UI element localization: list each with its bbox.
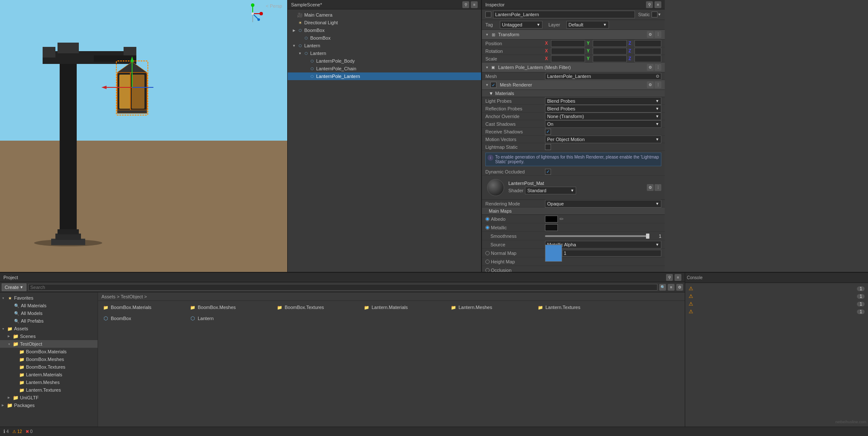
transform-settings-icon[interactable]: ⚙ [647, 31, 654, 38]
hierarchy-item-boombox[interactable]: ▶ ⬡ BoomBox [288, 26, 481, 34]
hierarchy-menu-icon[interactable]: ≡ [471, 1, 478, 8]
console-item-1[interactable]: ⚠ 1 [687, 285, 866, 292]
project-settings-icon[interactable]: ⚙ [676, 284, 683, 291]
scale-y-input[interactable]: 1 [593, 55, 627, 62]
layer-dropdown[interactable]: Default ▼ [566, 21, 609, 29]
pos-z-input[interactable]: 0 [634, 40, 661, 47]
reflection-probes-dropdown[interactable]: Blend Probes ▼ [545, 105, 661, 113]
hierarchy-lock-icon[interactable]: ⚲ [462, 1, 469, 8]
normal-map-radio[interactable] [485, 251, 490, 255]
height-map-radio[interactable] [485, 260, 490, 264]
lantern-meshes-item[interactable]: 📁 Lantern.Meshes [0, 378, 98, 386]
normal-map-value-input[interactable] [562, 250, 661, 257]
all-models-item[interactable]: 🔍 All Models [0, 309, 98, 317]
static-dropdown-arrow[interactable]: ▼ [657, 12, 661, 17]
albedo-radio[interactable] [485, 217, 490, 221]
hierarchy-item-boombox-child[interactable]: ⬡ BoomBox [288, 34, 481, 42]
transform-more-icon[interactable]: ⋮ [655, 31, 661, 38]
dynamic-occluded-checkbox[interactable] [545, 169, 551, 175]
svg-point-7 [251, 12, 254, 15]
static-checkbox[interactable] [652, 12, 657, 17]
pos-x-input[interactable]: -9.582007 [551, 40, 585, 47]
all-prefabs-item[interactable]: 🔍 All Prefabs [0, 317, 98, 325]
hierarchy-item-main-camera[interactable]: 🎥 Main Camera [288, 11, 481, 19]
inspector-menu-icon[interactable]: ≡ [655, 1, 661, 8]
material-more-icon[interactable]: ⋮ [655, 184, 661, 191]
project-lock-icon[interactable]: ⚲ [666, 274, 673, 281]
light-probes-dropdown[interactable]: Blend Probes ▼ [545, 97, 661, 105]
metallic-radio[interactable] [485, 225, 490, 230]
favorites-section[interactable]: ▼ ★ Favorites [0, 294, 98, 302]
lantern-materials-folder-icon: 📁 [19, 372, 25, 378]
boombox-meshes-item[interactable]: 📁 BoomBox.Meshes [0, 355, 98, 363]
mesh-ref-field[interactable]: LanternPole_Lantern ⊙ [545, 73, 661, 80]
testobject-item[interactable]: ▼ 📁 TestObject [0, 340, 98, 348]
viewport[interactable]: < Persp [0, 0, 288, 272]
asset-item-boombox-materials[interactable]: 📁 BoomBox.Materials [100, 303, 185, 312]
asset-item-boombox-meshes[interactable]: 📁 BoomBox.Meshes [187, 303, 272, 312]
lantern-materials-item[interactable]: 📁 Lantern.Materials [0, 371, 98, 378]
asset-item-lantern-prefab[interactable]: ⬡ Lantern [187, 314, 272, 323]
project-search-input[interactable] [28, 284, 657, 291]
rot-y-input[interactable]: 0 [593, 48, 627, 55]
mesh-renderer-section-header[interactable]: ▼ Mesh Renderer ⚙ ⋮ [482, 80, 665, 90]
tag-dropdown[interactable]: Untagged ▼ [500, 21, 542, 29]
active-checkbox[interactable] [485, 12, 491, 17]
hierarchy-item-lanternpole-lantern[interactable]: ⬡ LanternPole_Lantern [288, 72, 481, 80]
asset-item-lantern-textures[interactable]: 📁 Lantern.Textures [534, 303, 620, 312]
unigltf-item[interactable]: ▶ 📁 UniGLTF [0, 394, 98, 401]
asset-item-lantern-meshes[interactable]: 📁 Lantern.Meshes [447, 303, 533, 312]
all-materials-item[interactable]: 🔍 All Materials [0, 302, 98, 309]
packages-item[interactable]: ▶ 📁 Packages [0, 401, 98, 409]
boombox-textures-item[interactable]: 📁 BoomBox.Textures [0, 363, 98, 371]
metallic-color-swatch[interactable] [545, 224, 558, 231]
occlusion-radio[interactable] [485, 268, 490, 272]
project-view-icon[interactable]: ≡ [668, 284, 675, 291]
shader-dropdown[interactable]: Standard ▼ [525, 187, 576, 194]
console-item-2[interactable]: ⚠ 1 [687, 292, 866, 300]
boombox-materials-item[interactable]: 📁 BoomBox.Materials [0, 348, 98, 355]
hierarchy-item-lantern-child[interactable]: ▼ ⬡ Lantern [288, 49, 481, 57]
scale-z-input[interactable]: 1 [634, 55, 661, 62]
albedo-picker-icon[interactable]: ✏ [559, 216, 564, 222]
asset-item-boombox-prefab[interactable]: ⬡ BoomBox [100, 314, 185, 323]
motion-vectors-dropdown[interactable]: Per Object Motion ▼ [545, 136, 661, 143]
mesh-renderer-settings-icon[interactable]: ⚙ [647, 81, 654, 88]
rendering-mode-dropdown[interactable]: Opaque ▼ [545, 200, 661, 208]
asset-item-lantern-materials[interactable]: 📁 Lantern.Materials [360, 303, 446, 312]
cast-shadows-dropdown[interactable]: On ▼ [545, 120, 661, 128]
pos-y-input[interactable]: 18.00915 [593, 40, 627, 47]
mesh-filter-section-header[interactable]: ▼ ▣ Lantern Pole_Lantern (Mesh Filter) ⚙… [482, 63, 665, 72]
console-item-3[interactable]: ⚠ 1 [687, 300, 866, 308]
mesh-renderer-more-icon[interactable]: ⋮ [655, 81, 661, 88]
project-search-icon[interactable]: 🔍 [659, 284, 666, 291]
rot-x-input[interactable]: 0 [551, 48, 585, 55]
albedo-color-swatch[interactable] [545, 216, 558, 222]
scale-x-input[interactable]: 1 [551, 55, 585, 62]
smoothness-slider[interactable]: 1 [545, 234, 661, 239]
anchor-override-dropdown[interactable]: None (Transform) ▼ [545, 113, 661, 120]
mesh-ref-circle: ⊙ [656, 74, 659, 78]
inspector-lock-icon[interactable]: ⚲ [646, 1, 653, 8]
mesh-renderer-active-checkbox[interactable] [490, 82, 496, 88]
asset-item-boombox-textures[interactable]: 📁 BoomBox.Textures [274, 303, 359, 312]
project-menu-icon[interactable]: ≡ [675, 274, 681, 281]
material-settings-icon[interactable]: ⚙ [647, 184, 654, 191]
console-item-4[interactable]: ⚠ 1 [687, 308, 866, 315]
rot-z-input[interactable]: 0 [634, 48, 661, 55]
lightmap-static-checkbox[interactable] [545, 144, 551, 150]
receive-shadows-checkbox[interactable] [545, 129, 551, 135]
object-name-field[interactable]: LanternPole_Lantern [493, 11, 635, 18]
lantern-textures-item[interactable]: 📁 Lantern.Textures [0, 386, 98, 394]
hierarchy-item-lantern[interactable]: ▼ ⬡ Lantern [288, 42, 481, 49]
create-button[interactable]: Create ▼ [2, 283, 26, 291]
hierarchy-item-lanternpole-chain[interactable]: ⬡ LanternPole_Chain [288, 65, 481, 72]
mesh-filter-more-icon[interactable]: ⋮ [655, 64, 661, 71]
assets-section[interactable]: ▼ 📁 Assets [0, 325, 98, 332]
hierarchy-item-directional-light[interactable]: ☀ Directional Light [288, 19, 481, 26]
scenes-item[interactable]: ▶ 📁 Scenes [0, 332, 98, 340]
mesh-filter-settings-icon[interactable]: ⚙ [647, 64, 654, 71]
material-preview[interactable] [487, 179, 504, 196]
hierarchy-item-lanternpole-body[interactable]: ⬡ LanternPole_Body [288, 57, 481, 65]
transform-section-header[interactable]: ▼ ⊞ Transform ⚙ ⋮ [482, 30, 665, 40]
